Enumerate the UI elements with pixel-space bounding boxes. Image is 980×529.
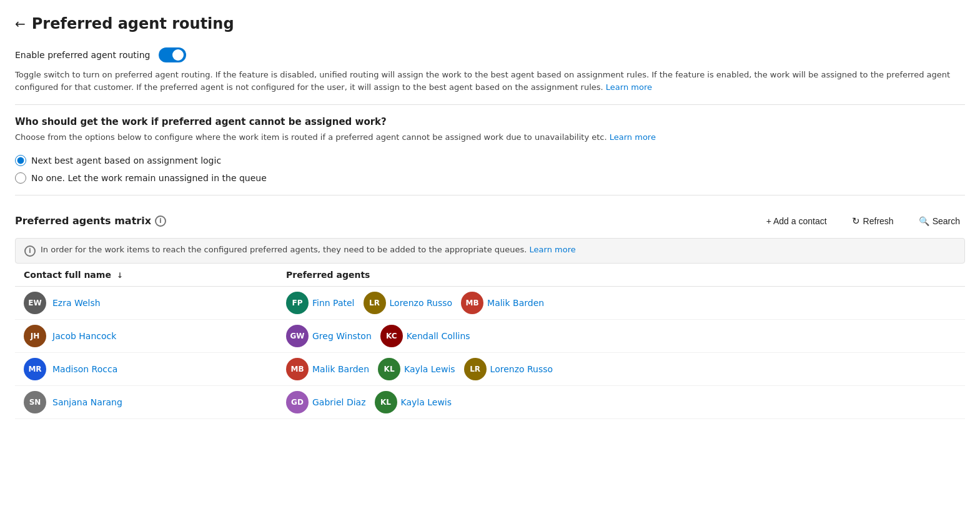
agents-cell: GDGabriel DiazKLKayla Lewis <box>286 391 956 413</box>
agent-avatar: MB <box>461 292 483 314</box>
agent-item: LRLorenzo Russo <box>464 358 553 380</box>
info-banner: i In order for the work items to reach t… <box>15 238 965 264</box>
agent-avatar: KL <box>378 358 400 380</box>
table-row: EWEzra WelshFPFinn PatelLRLorenzo RussoM… <box>15 287 965 320</box>
agent-name[interactable]: Kayla Lewis <box>404 364 455 374</box>
enable-row: Enable preferred agent routing <box>15 47 965 62</box>
agent-avatar: KC <box>380 325 403 347</box>
agent-avatar: LR <box>464 358 487 380</box>
agent-name[interactable]: Lorenzo Russo <box>390 298 453 308</box>
col-header-agents: Preferred agents <box>286 270 956 280</box>
matrix-actions: + Add a contact ↻ Refresh 🔍 Search <box>761 213 965 229</box>
banner-text: In order for the work items to reach the… <box>41 245 576 254</box>
page-header: ← Preferred agent routing <box>15 15 965 32</box>
agent-item: KCKendall Collins <box>380 325 470 347</box>
table-body: EWEzra WelshFPFinn PatelLRLorenzo RussoM… <box>15 287 965 419</box>
fallback-learn-more-link[interactable]: Learn more <box>610 132 656 142</box>
agent-name[interactable]: Malik Barden <box>487 298 544 308</box>
contact-name[interactable]: Sanjana Narang <box>52 397 122 407</box>
divider-1 <box>15 104 965 105</box>
contact-name[interactable]: Madison Rocca <box>52 364 117 374</box>
agent-item: LRLorenzo Russo <box>364 292 453 314</box>
table-header: Contact full name ↓ Preferred agents <box>15 264 965 287</box>
fallback-description: Choose from the options below to configu… <box>15 131 965 144</box>
matrix-header: Preferred agents matrix i + Add a contac… <box>15 213 965 229</box>
matrix-section: Preferred agents matrix i + Add a contac… <box>15 213 965 419</box>
agent-avatar: LR <box>364 292 386 314</box>
matrix-table: Contact full name ↓ Preferred agents EWE… <box>15 264 965 419</box>
avatar: SN <box>24 391 46 413</box>
enable-learn-more-link[interactable]: Learn more <box>606 82 652 92</box>
divider-2 <box>15 195 965 195</box>
contact-cell: EWEzra Welsh <box>24 292 286 314</box>
sort-arrow-icon: ↓ <box>117 271 123 280</box>
table-row: JHJacob HancockGWGreg WinstonKCKendall C… <box>15 320 965 353</box>
agents-cell: FPFinn PatelLRLorenzo RussoMBMalik Barde… <box>286 292 956 314</box>
fallback-section: Who should get the work if preferred age… <box>15 116 965 184</box>
refresh-icon: ↻ <box>852 215 860 227</box>
agent-item: GDGabriel Diaz <box>286 391 366 413</box>
matrix-info-icon[interactable]: i <box>155 215 166 227</box>
avatar: EW <box>24 292 46 314</box>
agents-cell: MBMalik BardenKLKayla LewisLRLorenzo Rus… <box>286 358 956 380</box>
radio-no-one-input[interactable] <box>15 172 26 184</box>
banner-learn-more-link[interactable]: Learn more <box>530 245 576 254</box>
enable-section: Enable preferred agent routing Toggle sw… <box>15 47 965 93</box>
avatar: MR <box>24 358 46 380</box>
agent-name[interactable]: Kendall Collins <box>407 331 470 341</box>
agent-item: GWGreg Winston <box>286 325 372 347</box>
agent-avatar: GW <box>286 325 309 347</box>
page-container: ← Preferred agent routing Enable preferr… <box>0 0 980 529</box>
enable-label: Enable preferred agent routing <box>15 50 150 60</box>
refresh-label: Refresh <box>863 216 894 226</box>
contact-name[interactable]: Jacob Hancock <box>52 331 116 341</box>
radio-no-one[interactable]: No one. Let the work remain unassigned i… <box>15 172 965 184</box>
contact-cell: SNSanjana Narang <box>24 391 286 413</box>
contact-name[interactable]: Ezra Welsh <box>52 298 101 308</box>
radio-next-best[interactable]: Next best agent based on assignment logi… <box>15 155 965 166</box>
agent-avatar: KL <box>375 391 397 413</box>
agent-name[interactable]: Finn Patel <box>312 298 355 308</box>
agent-avatar: FP <box>286 292 309 314</box>
fallback-heading: Who should get the work if preferred age… <box>15 116 965 127</box>
search-icon: 🔍 <box>919 216 929 226</box>
agents-cell: GWGreg WinstonKCKendall Collins <box>286 325 956 347</box>
enable-toggle[interactable] <box>159 47 186 62</box>
enable-description: Toggle switch to turn on preferred agent… <box>15 69 965 93</box>
search-label: Search <box>933 216 960 226</box>
agent-avatar: GD <box>286 391 309 413</box>
agent-name[interactable]: Gabriel Diaz <box>312 397 366 407</box>
agent-item: FPFinn Patel <box>286 292 355 314</box>
contact-cell: JHJacob Hancock <box>24 325 286 347</box>
agent-item: MBMalik Barden <box>461 292 544 314</box>
avatar: JH <box>24 325 46 347</box>
contact-cell: MRMadison Rocca <box>24 358 286 380</box>
matrix-title: Preferred agents matrix <box>15 215 151 227</box>
banner-info-icon: i <box>24 245 36 257</box>
agent-name[interactable]: Lorenzo Russo <box>490 364 553 374</box>
agent-item: KLKayla Lewis <box>375 391 452 413</box>
col-header-contact: Contact full name ↓ <box>24 270 286 280</box>
radio-group: Next best agent based on assignment logi… <box>15 155 965 184</box>
search-button[interactable]: 🔍 Search <box>914 214 965 229</box>
agent-name[interactable]: Greg Winston <box>312 331 372 341</box>
table-row: SNSanjana NarangGDGabriel DiazKLKayla Le… <box>15 386 965 419</box>
agent-avatar: MB <box>286 358 309 380</box>
agent-name[interactable]: Kayla Lewis <box>401 397 452 407</box>
add-contact-button[interactable]: + Add a contact <box>761 214 832 229</box>
radio-next-best-label: Next best agent based on assignment logi… <box>31 156 221 166</box>
page-title: Preferred agent routing <box>32 15 234 32</box>
agent-item: KLKayla Lewis <box>378 358 455 380</box>
agent-name[interactable]: Malik Barden <box>312 364 369 374</box>
refresh-button[interactable]: ↻ Refresh <box>847 213 899 229</box>
radio-no-one-label: No one. Let the work remain unassigned i… <box>31 173 267 183</box>
add-contact-label: + Add a contact <box>766 216 827 226</box>
agent-item: MBMalik Barden <box>286 358 369 380</box>
back-arrow-icon[interactable]: ← <box>15 16 26 31</box>
matrix-title-row: Preferred agents matrix i <box>15 215 166 227</box>
table-row: MRMadison RoccaMBMalik BardenKLKayla Lew… <box>15 353 965 386</box>
radio-next-best-input[interactable] <box>15 155 26 166</box>
